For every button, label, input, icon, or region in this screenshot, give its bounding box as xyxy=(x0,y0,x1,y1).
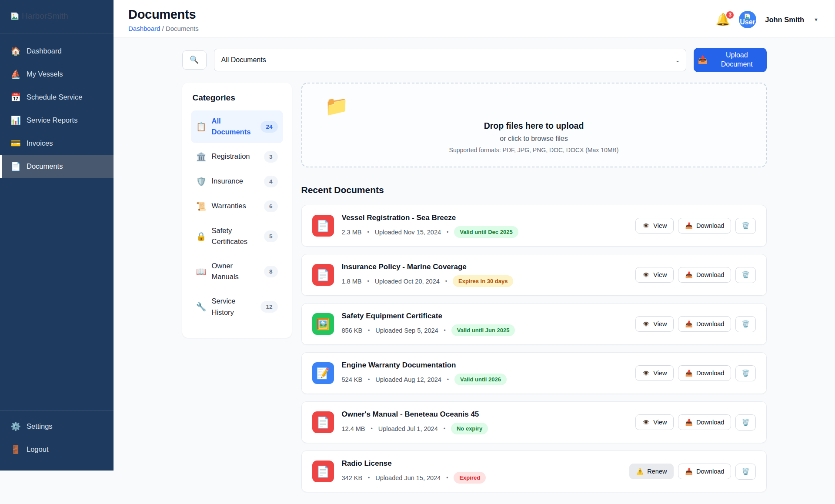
view-button[interactable]: 👁️View xyxy=(635,365,674,381)
download-button[interactable]: 📥Download xyxy=(678,464,731,479)
sidebar-item-label: Schedule Service xyxy=(27,93,82,101)
category-safety-certificates[interactable]: 🔒 Safety Certificates 5 xyxy=(191,220,283,253)
document-meta: 524 KB • Uploaded Aug 12, 2024 • Valid u… xyxy=(342,374,628,385)
document-title: Owner's Manual - Beneteau Oceanis 45 xyxy=(342,410,628,419)
sidebar-item-service-reports[interactable]: 📊 Service Reports xyxy=(0,109,114,132)
sidebar-item-dashboard[interactable]: 🏠 Dashboard xyxy=(0,40,114,63)
recent-documents-title: Recent Documents xyxy=(301,185,767,195)
page-header: Documents Dashboard / Documents 🔔 3 User xyxy=(114,0,835,37)
sidebar-item-my-vessels[interactable]: ⛵ My Vessels xyxy=(0,63,114,86)
document-meta: 342 KB • Uploaded Jun 15, 2024 • Expired xyxy=(342,472,621,484)
category-service-history[interactable]: 🔧 Service History 12 xyxy=(191,290,283,323)
document-actions: 👁️View 📥Download 🗑️ xyxy=(635,218,756,234)
document-info: Safety Equipment Certificate 856 KB • Up… xyxy=(342,312,628,336)
document-row: 📝 Engine Warranty Documentation 524 KB •… xyxy=(301,352,767,394)
document-meta: 2.3 MB • Uploaded Nov 15, 2024 • Valid u… xyxy=(342,226,628,238)
category-warranties[interactable]: 📜 Warranties 6 xyxy=(191,195,283,217)
notifications-button[interactable]: 🔔 3 xyxy=(716,14,731,26)
download-button[interactable]: 📥Download xyxy=(678,218,731,234)
category-registration[interactable]: 🏛️ Registration 3 xyxy=(191,146,283,168)
document-actions: 👁️View 📥Download 🗑️ xyxy=(635,414,756,431)
search-input[interactable] xyxy=(182,50,207,70)
category-label: Owner Manuals xyxy=(212,260,259,283)
sidebar-item-logout[interactable]: 🚪 Logout xyxy=(0,438,114,461)
category-count-badge: 8 xyxy=(264,266,278,277)
category-owner-manuals[interactable]: 📖 Owner Manuals 8 xyxy=(191,255,283,288)
file-type-icon: 📄 xyxy=(312,264,334,286)
dropzone-subtitle: or click to browse files xyxy=(315,135,753,143)
document-actions: 👁️View 📥Download 🗑️ xyxy=(635,365,756,381)
document-uploaded: Uploaded Aug 12, 2024 xyxy=(375,376,441,383)
renew-button[interactable]: ⚠️Renew xyxy=(629,464,674,479)
document-info: Vessel Registration - Sea Breeze 2.3 MB … xyxy=(342,214,628,238)
sidebar-item-label: Invoices xyxy=(27,139,53,147)
status-badge: No expiry xyxy=(451,423,488,434)
delete-button[interactable]: 🗑️ xyxy=(735,414,755,431)
view-button-label: View xyxy=(653,419,667,426)
document-title: Engine Warranty Documentation xyxy=(342,361,628,370)
download-button[interactable]: 📥Download xyxy=(678,267,731,283)
sidebar-item-settings[interactable]: ⚙️ Settings xyxy=(0,415,114,438)
download-icon: 📥 xyxy=(685,223,692,229)
download-button[interactable]: 📥Download xyxy=(678,316,731,332)
delete-button[interactable]: 🗑️ xyxy=(735,316,755,332)
content: All Documents ⌄ 📤 Upload Document Catego… xyxy=(182,48,767,504)
view-button[interactable]: 👁️View xyxy=(635,316,674,332)
chevron-down-icon[interactable]: ▼ xyxy=(814,17,818,22)
document-filter-select[interactable]: All Documents xyxy=(214,49,686,71)
document-icon: 📄 xyxy=(10,161,21,171)
avatar[interactable]: User xyxy=(739,11,756,28)
download-button-label: Download xyxy=(696,320,725,327)
main-area: Documents Dashboard / Documents 🔔 3 User xyxy=(114,0,835,504)
category-count-badge: 12 xyxy=(261,301,277,313)
document-size: 856 KB xyxy=(342,327,363,334)
upload-document-button[interactable]: 📤 Upload Document xyxy=(694,48,767,72)
breadcrumb-current: Documents xyxy=(166,25,199,32)
scroll-icon: 📜 xyxy=(196,201,207,211)
file-dropzone[interactable]: 📁 Drop files here to upload or click to … xyxy=(301,83,767,168)
file-type-icon: 📄 xyxy=(312,215,334,237)
document-meta: 1.8 MB • Uploaded Oct 20, 2024 • Expires… xyxy=(342,275,628,287)
delete-button[interactable]: 🗑️ xyxy=(735,464,755,480)
document-uploaded: Uploaded Jun 15, 2024 xyxy=(375,474,441,481)
view-button[interactable]: 👁️View xyxy=(635,414,674,430)
document-uploaded: Uploaded Nov 15, 2024 xyxy=(375,229,441,236)
download-button[interactable]: 📥Download xyxy=(678,365,731,381)
category-all-documents[interactable]: 📋 All Documents 24 xyxy=(191,110,283,143)
sidebar-item-schedule-service[interactable]: 📅 Schedule Service xyxy=(0,86,114,109)
delete-button[interactable]: 🗑️ xyxy=(735,267,755,283)
sailboat-icon: ⛵ xyxy=(10,69,21,79)
document-row: 🖼️ Safety Equipment Certificate 856 KB •… xyxy=(301,303,767,345)
trash-icon: 🗑️ xyxy=(741,320,749,328)
book-icon: 📖 xyxy=(196,267,207,277)
document-info: Owner's Manual - Beneteau Oceanis 45 12.… xyxy=(342,410,628,434)
sidebar-item-documents[interactable]: 📄 Documents xyxy=(0,155,114,178)
view-button[interactable]: 👁️View xyxy=(635,218,674,234)
document-meta: 12.4 MB • Uploaded Jul 1, 2024 • No expi… xyxy=(342,423,628,434)
category-insurance[interactable]: 🛡️ Insurance 4 xyxy=(191,170,283,193)
breadcrumb-dashboard-link[interactable]: Dashboard xyxy=(128,25,160,32)
separator-dot: • xyxy=(444,327,446,334)
sidebar-item-invoices[interactable]: 💳 Invoices xyxy=(0,132,114,155)
download-button[interactable]: 📥Download xyxy=(678,414,731,430)
categories-column: Categories 📋 All Documents 24 🏛️ Registr… xyxy=(182,83,292,338)
shield-icon: 🛡️ xyxy=(196,177,207,187)
delete-button[interactable]: 🗑️ xyxy=(735,218,755,234)
breadcrumb-separator: / xyxy=(162,25,164,32)
user-name: John Smith xyxy=(765,16,804,24)
download-button-label: Download xyxy=(696,468,725,475)
category-label: Registration xyxy=(212,151,259,162)
notification-count-badge: 3 xyxy=(725,10,735,20)
document-info: Insurance Policy - Marine Coverage 1.8 M… xyxy=(342,263,628,287)
separator-dot: • xyxy=(447,377,449,383)
delete-button[interactable]: 🗑️ xyxy=(735,365,755,381)
breadcrumb: Dashboard / Documents xyxy=(128,25,199,32)
sidebar-item-label: Documents xyxy=(27,162,63,170)
separator-dot: • xyxy=(368,377,370,383)
renew-button-label: Renew xyxy=(647,468,667,475)
logo: HarborSmith xyxy=(0,0,114,33)
upload-button-label: Upload Document xyxy=(711,51,762,69)
category-label: Warranties xyxy=(212,200,259,212)
view-button[interactable]: 👁️View xyxy=(635,267,674,283)
trash-icon: 🗑️ xyxy=(741,419,749,426)
